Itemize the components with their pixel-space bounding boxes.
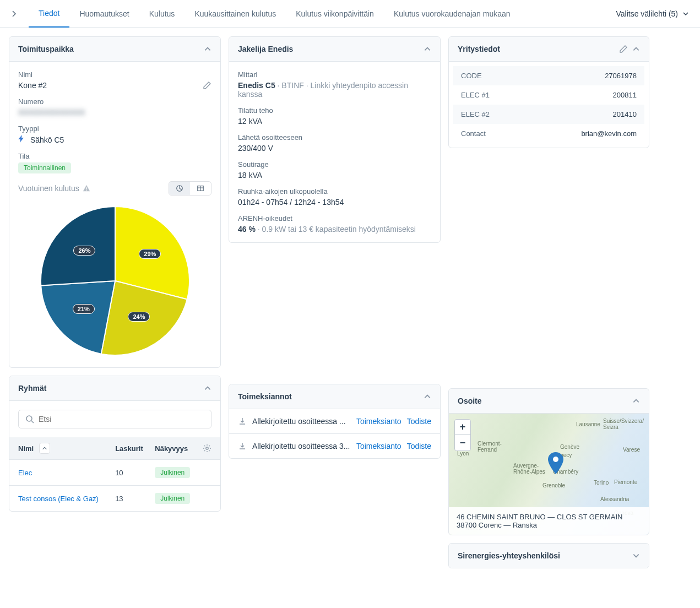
- meter-label: Mittari: [238, 70, 431, 79]
- visibility-badge: Julkinen: [155, 467, 190, 478]
- visibility-badge: Julkinen: [155, 493, 190, 504]
- distributor-card: Jakelija Enedis Mittari Enedis C5 · BTIN…: [229, 36, 441, 243]
- map-zoom-controls: + −: [454, 419, 471, 451]
- mandates-card: Toimeksiannot Allekirjoitettu osoitteess…: [229, 384, 441, 459]
- map-caption: 46 CHEMIN SAINT BRUNO — CLOS ST GERMAIN …: [449, 507, 649, 535]
- proof-link[interactable]: Todiste: [407, 442, 431, 450]
- download-icon[interactable]: [238, 417, 247, 426]
- edit-name-icon[interactable]: [203, 81, 211, 90]
- distributor-card-title: Jakelija Enedis: [238, 45, 419, 53]
- contact-card: Sirenergies-yhteyshenkilösi: [448, 543, 649, 568]
- delivery-card-title: Toimituspaikka: [18, 45, 199, 53]
- status-badge: Toiminnallinen: [18, 162, 71, 173]
- name-label: Nimi: [18, 70, 211, 79]
- arenh-label: ARENH-oikeudet: [238, 214, 431, 222]
- groups-card-title: Ryhmät: [18, 384, 199, 393]
- expand-icon[interactable]: [632, 552, 640, 560]
- chevron-down-icon: [682, 10, 689, 17]
- tab-viikonpaivittain[interactable]: Kulutus viikonpäivittäin: [286, 0, 384, 28]
- proof-link[interactable]: Todiste: [407, 417, 431, 426]
- svg-line-7: [31, 421, 34, 423]
- table-settings-icon[interactable]: [203, 444, 211, 453]
- annual-label: Vuotuinen kulutus: [18, 184, 79, 193]
- pie-view-button[interactable]: [169, 182, 190, 195]
- svg-point-6: [26, 416, 32, 421]
- col-visibility: Näkyvyys: [150, 437, 198, 460]
- company-card: Yritystiedot CODE27061978ELEC #1200811EL…: [448, 36, 649, 148]
- type-value: Sähkö C5: [18, 135, 211, 144]
- tabs-scroll-right-icon[interactable]: [11, 10, 18, 17]
- delivery-card: Toimituspaikka Nimi Kone #2 Numero XXXXX…: [9, 36, 221, 368]
- offpeak-value: 01h24 - 07h54 / 12h24 - 13h54: [238, 198, 431, 207]
- company-row: ELEC #2201410: [453, 105, 644, 124]
- bolt-icon: [18, 135, 27, 144]
- table-row: Test consos (Elec & Gaz) 13 Julkinen: [9, 486, 220, 512]
- collapse-icon[interactable]: [632, 397, 640, 405]
- edit-company-icon[interactable]: [619, 45, 628, 53]
- collapse-icon[interactable]: [424, 45, 431, 53]
- power-label: Tilattu teho: [238, 106, 431, 115]
- send-label: Lähetä osoitteeseen: [238, 133, 431, 142]
- tab-tiedot[interactable]: Tiedot: [29, 0, 69, 28]
- collapse-icon[interactable]: [204, 45, 211, 53]
- company-card-title: Yritystiedot: [458, 45, 615, 53]
- download-icon[interactable]: [238, 442, 247, 450]
- send-value: 230/400 V: [238, 144, 431, 153]
- tab-vuorokaudenajan[interactable]: Kulutus vuorokaudenajan mukaan: [384, 0, 520, 28]
- svg-point-8: [206, 447, 208, 449]
- map-zoom-in[interactable]: +: [455, 420, 470, 435]
- tabs-bar: Tiedot Huomautukset Kulutus Kuukausittai…: [0, 0, 700, 28]
- status-label: Tila: [18, 152, 211, 160]
- map-zoom-out[interactable]: −: [455, 435, 470, 450]
- groups-search[interactable]: [18, 410, 211, 428]
- warning-icon: [83, 184, 90, 192]
- mandates-card-title: Toimeksiannot: [238, 392, 419, 401]
- power-value: 12 kVA: [238, 117, 431, 126]
- company-row: ELEC #1200811: [453, 85, 644, 105]
- tab-huomautukset[interactable]: Huomautukset: [69, 0, 139, 28]
- mandate-row: Allekirjoitettu osoitteessa 3... Toimeks…: [229, 433, 440, 458]
- address-card-title: Osoite: [458, 397, 628, 405]
- company-row: CODE27061978: [453, 66, 644, 85]
- tab-kulutus[interactable]: Kulutus: [139, 0, 185, 28]
- pie-slice-label: 24%: [128, 312, 150, 322]
- mandate-link[interactable]: Toimeksianto: [356, 417, 401, 426]
- table-view-button[interactable]: [190, 182, 211, 195]
- address-map[interactable]: Lausanne Suisse/Svizzera/ Svizra Annecy …: [449, 414, 649, 535]
- svg-rect-1: [86, 190, 86, 191]
- soutirage-label: Soutirage: [238, 160, 431, 169]
- name-value: Kone #2: [18, 81, 47, 90]
- map-pin-icon: [548, 452, 563, 474]
- groups-table: Nimi Laskurit Näkyvyys Elec 10 Julkinen …: [9, 437, 220, 511]
- pie-slice-label: 26%: [73, 246, 95, 256]
- sort-name-button[interactable]: [39, 443, 50, 454]
- collapse-icon[interactable]: [424, 393, 431, 400]
- number-label: Numero: [18, 97, 211, 106]
- group-link[interactable]: Elec: [18, 469, 32, 477]
- svg-rect-0: [86, 187, 86, 189]
- soutirage-value: 18 kVA: [238, 171, 431, 180]
- tab-selector-dropdown[interactable]: Valitse välilehti (5): [616, 9, 689, 18]
- tab-kuukausittainen[interactable]: Kuukausittainen kulutus: [185, 0, 286, 28]
- company-row: Contactbrian@kevin.com: [453, 124, 644, 143]
- mandate-row: Allekirjoitettu osoitteessa ... Toimeksi…: [229, 409, 440, 433]
- collapse-icon[interactable]: [204, 384, 211, 392]
- number-value: XXXXXXXXXXXXX: [18, 108, 211, 117]
- meter-value: Enedis C5 · BTINF · Linkki yhteydenpito …: [238, 81, 431, 99]
- search-icon: [25, 415, 34, 424]
- pie-slice-label: 21%: [73, 304, 95, 314]
- groups-search-input[interactable]: [39, 415, 204, 424]
- chart-view-toggle: [169, 181, 211, 196]
- svg-point-9: [553, 457, 558, 462]
- tab-selector-label: Valitse välilehti (5): [616, 9, 678, 18]
- type-label: Tyyppi: [18, 124, 211, 133]
- groups-card: Ryhmät Nimi: [9, 376, 221, 512]
- col-name: Nimi: [18, 444, 34, 453]
- annual-pie-chart: 29%24%21%26%: [18, 196, 211, 359]
- pie-slice-label: 29%: [139, 249, 161, 259]
- collapse-icon[interactable]: [632, 45, 640, 53]
- group-link[interactable]: Test consos (Elec & Gaz): [18, 495, 99, 503]
- offpeak-label: Ruuhka-aikojen ulkopuolella: [238, 187, 431, 196]
- table-row: Elec 10 Julkinen: [9, 460, 220, 486]
- mandate-link[interactable]: Toimeksianto: [356, 442, 401, 450]
